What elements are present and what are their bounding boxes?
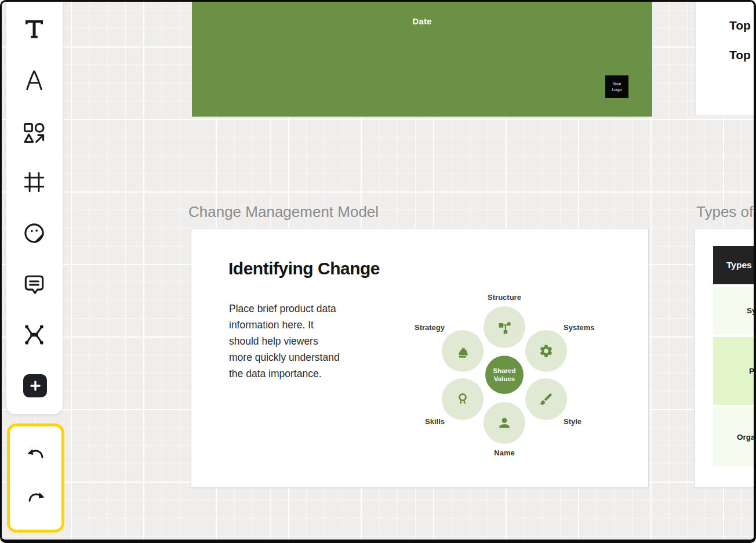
logo-text-line1: Your	[612, 81, 621, 87]
diagram-label-name: Name	[494, 448, 514, 457]
slide-types-of[interactable]: Types o Sys Pr Organ	[695, 228, 756, 488]
banner-date-label: Date	[192, 16, 652, 26]
award-icon	[455, 392, 470, 407]
sticker-tool-button[interactable]	[20, 219, 48, 247]
undo-button[interactable]	[22, 443, 50, 470]
sticker-icon	[21, 220, 47, 246]
comment-icon	[21, 272, 47, 297]
diagram-node-style	[525, 378, 567, 420]
frame-title-change-management[interactable]: Change Management Model	[188, 203, 379, 221]
redo-button[interactable]	[22, 486, 50, 514]
diagram-node-skills	[442, 378, 484, 420]
comment-tool-button[interactable]	[20, 270, 48, 298]
table-header-label: Types o	[726, 260, 756, 270]
card-text-line: Top	[729, 19, 751, 32]
diagram-label-skills: Skills	[425, 417, 445, 426]
table-cell-label: Sys	[747, 306, 756, 315]
logo-placeholder[interactable]: Your Logo	[605, 75, 628, 98]
slide-identifying-change[interactable]: Identifying Change Place brief product d…	[191, 228, 649, 488]
slide-heading: Identifying Change	[228, 259, 380, 278]
sitemap-icon	[497, 320, 512, 335]
table-row: Organ	[713, 407, 756, 466]
letter-a-icon	[22, 67, 46, 93]
lettering-tool-button[interactable]	[20, 66, 48, 94]
logo-text-line2: Logo	[612, 87, 622, 93]
diagram-node-structure	[484, 306, 525, 348]
connector-icon	[21, 322, 47, 347]
table-row: Sys	[713, 287, 756, 334]
diagram-label-strategy: Strategy	[415, 323, 445, 332]
text-icon	[23, 17, 46, 41]
plus-icon	[30, 380, 41, 392]
shapes-icon	[21, 121, 47, 146]
diagram-label-structure: Structure	[488, 293, 521, 302]
shapes-tool-button[interactable]	[20, 120, 48, 147]
top-right-card[interactable]: Top Top	[695, 2, 756, 116]
slide-body-text: Place brief product data information her…	[229, 301, 340, 382]
paintbrush-icon	[539, 392, 554, 407]
add-element-button[interactable]	[23, 374, 47, 397]
table-header: Types o	[713, 246, 756, 284]
connector-tool-button[interactable]	[20, 321, 48, 349]
diagram-node-strategy	[442, 330, 484, 372]
diagram-center-shared-values: Shared Values	[485, 356, 524, 394]
redo-icon	[25, 489, 47, 511]
frame-tool-button[interactable]	[20, 168, 48, 196]
table-row: Pr	[713, 337, 756, 405]
diagram-label-systems: Systems	[564, 323, 594, 332]
text-tool-button[interactable]	[20, 15, 48, 43]
frame-icon	[22, 170, 46, 194]
table-cell-label: Pr	[749, 367, 756, 375]
undo-redo-panel	[7, 423, 64, 533]
chess-knight-icon	[455, 343, 470, 359]
diagram-label-style: Style	[564, 417, 581, 426]
banner-slide[interactable]: Date Your Logo	[192, 2, 652, 117]
table-cell-label: Organ	[737, 433, 756, 441]
canvas-viewport[interactable]: Date Your Logo Top Top Change Management…	[0, 0, 756, 543]
card-text-line: Top	[729, 48, 751, 62]
frame-title-types-of[interactable]: Types of	[696, 203, 753, 221]
diagram-node-name	[484, 402, 525, 444]
toolbar	[6, 0, 63, 414]
person-icon	[497, 415, 512, 430]
diagram-node-systems	[525, 330, 567, 372]
gear-icon	[539, 343, 554, 359]
undo-icon	[25, 446, 47, 468]
